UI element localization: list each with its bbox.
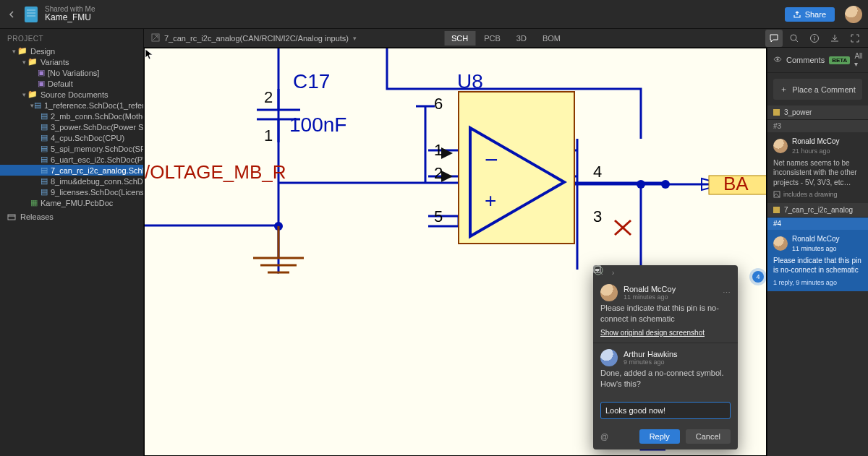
tree-variant-none[interactable]: ▣[No Variations] [0, 67, 143, 78]
comment-thread-active[interactable]: 7_can_rc_i2c_analog #4 Ronald McCoy11 mi… [767, 203, 868, 291]
comment-pin-4[interactable]: 4 [752, 271, 764, 283]
svg-point-8 [661, 180, 670, 189]
comment-author: Ronald McCoy [624, 285, 676, 293]
tree-doc-7[interactable]: ▤7_can_rc_i2c_analog.SchDoc… [0, 165, 143, 176]
avatar [600, 284, 618, 301]
drawing-note: includes a drawing [773, 190, 862, 199]
tree-releases[interactable]: Releases [0, 208, 143, 225]
user-avatar[interactable] [845, 6, 862, 23]
view-3d[interactable]: 3D [509, 31, 534, 46]
tree-doc-8[interactable]: ▤8_imu&debug_conn.SchDoc(… [0, 176, 143, 186]
info-icon[interactable] [806, 30, 823, 47]
chevron-down-icon[interactable]: ▾ [353, 35, 357, 42]
pin-5: 5 [434, 207, 443, 225]
project-sidebar: PROJECT ▾📁Design ▾📁Variants ▣[No Variati… [0, 29, 144, 456]
header-title: Kame_FMU [45, 13, 95, 22]
svg-rect-3 [8, 215, 15, 220]
pin-6: 6 [434, 95, 443, 113]
cancel-button[interactable]: Cancel [686, 429, 731, 444]
svg-rect-27 [595, 269, 599, 271]
reply-button[interactable]: Reply [639, 429, 680, 444]
svg-point-1 [791, 35, 796, 40]
svg-rect-17 [459, 92, 574, 244]
pin-1b: 1 [434, 141, 443, 159]
comments-filter[interactable]: All ▾ [854, 52, 862, 68]
pin-2: 2 [264, 88, 273, 106]
fullscreen-icon[interactable] [846, 30, 864, 47]
net-label: /OLTAGE_MB_R [145, 161, 286, 183]
place-comment-button[interactable]: ＋ Place a Comment [773, 79, 862, 100]
tree-doc-4[interactable]: ▤4_cpu.SchDoc(CPU) [0, 132, 143, 143]
tree-doc-2[interactable]: ▤2_mb_conn.SchDoc(Motherb… [0, 111, 143, 121]
view-switcher: SCH PCB 3D BOM [444, 31, 568, 46]
tree-pcb[interactable]: ▦Kame_FMU.PcbDoc [0, 197, 143, 208]
svg-text:+: + [485, 189, 496, 212]
tree-variants[interactable]: ▾📁Variants [0, 56, 143, 67]
project-icon [25, 7, 38, 22]
pin-1: 1 [264, 126, 273, 145]
comment-popover: ‹ › Ronald McCoy 11 minutes ago ⋯ Please… [593, 265, 738, 449]
value-c17: 100nF [289, 113, 346, 136]
svg-marker-21 [441, 147, 453, 159]
plus-icon: ＋ [780, 84, 788, 95]
thread-id: #4 [767, 217, 868, 230]
comment-text: Please indicate that this pin is no-conn… [600, 301, 731, 329]
toolbar: 7_can_rc_i2c_analog(CAN/RCIN/I2C/Analog … [144, 29, 868, 48]
comments-title: Comments [786, 56, 825, 64]
show-screenshot-link[interactable]: Show original design screenshot [600, 329, 731, 337]
tree-doc-9[interactable]: ▤9_licenses.SchDoc(Licenses) [0, 186, 143, 197]
avatar [600, 349, 618, 366]
schematic-canvas[interactable]: BA C17 100nF 2 1 /OLTAGE_MB_R − + [144, 48, 767, 456]
view-pcb[interactable]: PCB [477, 31, 508, 46]
tree-doc-3[interactable]: ▤3_power.SchDoc(Power Sup… [0, 121, 143, 132]
mention-icon[interactable]: @ [600, 432, 608, 441]
reply-text: Done, added a no-connect symbol. How's t… [600, 366, 731, 394]
search-icon[interactable] [786, 30, 803, 47]
refdes-c17: C17 [293, 70, 330, 93]
svg-marker-22 [441, 171, 453, 182]
reply-author: Arthur Hawkins [624, 350, 678, 358]
sidebar-section-header: PROJECT [0, 29, 143, 46]
svg-text:−: − [485, 147, 498, 173]
svg-point-28 [777, 59, 779, 61]
view-bom[interactable]: BOM [535, 31, 568, 46]
comments-toggle-icon[interactable] [765, 30, 783, 47]
pin-4: 4 [593, 163, 602, 181]
tree-doc-1[interactable]: ▾▤1_reference.SchDoc(1_reference) [0, 100, 143, 111]
tree-doc-6[interactable]: ▤6_uart_esc_i2c.SchDoc(PWM… [0, 154, 143, 165]
tab-path[interactable]: 7_can_rc_i2c_analog(CAN/RCIN/I2C/Analog … [164, 34, 349, 43]
thread-id: #3 [767, 119, 868, 132]
download-icon[interactable] [826, 30, 843, 47]
refdes-u8: U8 [457, 70, 483, 93]
reply-input[interactable] [600, 402, 731, 419]
reply-time: 9 minutes ago [624, 358, 678, 366]
tree-doc-5[interactable]: ▤5_spi_memory.SchDoc(SPI … [0, 143, 143, 154]
beta-badge: BETA [829, 56, 850, 64]
svg-point-7 [637, 180, 645, 189]
pin-3: 3 [593, 207, 602, 225]
next-comment-icon[interactable]: › [609, 268, 618, 277]
tree-variant-default[interactable]: ▣Default [0, 78, 143, 89]
eye-icon [773, 55, 782, 65]
share-button[interactable]: Share [785, 7, 835, 22]
more-icon[interactable]: ⋯ [723, 288, 731, 298]
view-sch[interactable]: SCH [444, 31, 475, 46]
app-header: Shared with Me Kame_FMU Share [0, 0, 868, 29]
tree-design[interactable]: ▾📁Design [0, 46, 143, 56]
back-icon[interactable] [6, 9, 17, 20]
comment-thread[interactable]: 3_power #3 Ronald McCoy21 hours ago Net … [767, 106, 868, 203]
reply-count: 1 reply, 9 minutes ago [773, 278, 862, 287]
comment-time: 11 minutes ago [624, 293, 676, 301]
goto-icon[interactable] [151, 33, 160, 43]
comments-panel: Comments BETA All ▾ ＋ Place a Comment 3_… [767, 48, 868, 456]
tree-source-documents[interactable]: ▾📁Source Documents [0, 89, 143, 100]
port-label: BA [723, 173, 749, 194]
pin-2b: 2 [434, 164, 443, 182]
